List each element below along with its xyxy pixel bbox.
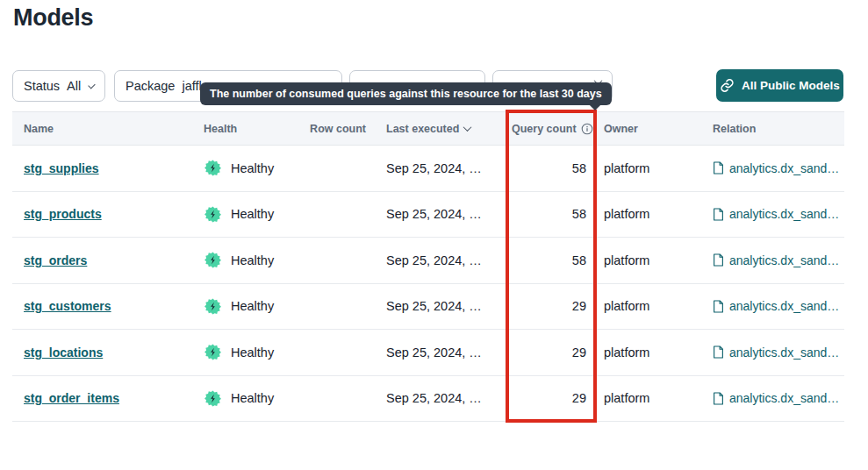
query-count-tooltip: The number of consumed queries against t… (200, 82, 612, 105)
page-title: Models (13, 4, 93, 32)
last-executed-cell: Sep 25, 2024, … (381, 299, 507, 313)
owner-cell: platform (595, 299, 704, 313)
column-header-relation: Relation (704, 123, 844, 135)
column-header-owner: Owner (595, 123, 704, 135)
model-link[interactable]: stg_locations (24, 345, 103, 360)
file-icon (713, 300, 724, 313)
health-status-label: Healthy (231, 345, 274, 360)
relation-text: analytics.dx_sand… (729, 345, 839, 360)
relation-link[interactable]: analytics.dx_sand… (704, 299, 844, 313)
health-status-label: Healthy (231, 207, 274, 221)
owner-cell: platform (595, 345, 704, 360)
file-icon (713, 161, 724, 174)
query-count-label: Query count (512, 123, 577, 135)
all-public-models-button[interactable]: All Public Models (716, 69, 843, 102)
model-link[interactable]: stg_products (24, 207, 102, 221)
file-icon (713, 392, 724, 405)
model-link[interactable]: stg_orders (24, 253, 87, 267)
relation-link[interactable]: analytics.dx_sand… (704, 253, 844, 267)
link-icon (720, 78, 735, 93)
package-filter-label: Package (126, 79, 175, 93)
file-icon (713, 208, 724, 221)
relation-link[interactable]: analytics.dx_sand… (704, 391, 844, 405)
query-count-cell: 58 (507, 207, 595, 221)
info-icon[interactable] (581, 123, 593, 135)
healthy-badge-icon (204, 297, 222, 316)
sort-chevron-icon (463, 123, 472, 132)
relation-link[interactable]: analytics.dx_sand… (704, 207, 844, 221)
query-count-cell: 29 (507, 345, 595, 360)
status-filter-dropdown[interactable]: Status All (12, 70, 105, 102)
column-header-name: Name (12, 123, 204, 135)
owner-cell: platform (595, 253, 704, 267)
status-filter-value: All (67, 79, 81, 93)
status-filter-label: Status (24, 79, 60, 93)
relation-text: analytics.dx_sand… (729, 207, 839, 221)
query-count-cell: 58 (507, 253, 595, 267)
table-row: stg_locations Healthy Sep 25, 2024, … 29… (12, 330, 844, 376)
column-header-health: Health (204, 123, 307, 135)
owner-cell: platform (595, 161, 704, 175)
last-executed-cell: Sep 25, 2024, … (381, 345, 507, 360)
table-row: stg_orders Healthy Sep 25, 2024, … 58 pl… (12, 238, 844, 284)
query-count-cell: 29 (507, 299, 595, 313)
file-icon (713, 345, 724, 359)
relation-link[interactable]: analytics.dx_sand… (704, 161, 844, 175)
relation-text: analytics.dx_sand… (729, 299, 839, 313)
tooltip-arrow (589, 98, 601, 110)
last-executed-cell: Sep 25, 2024, … (381, 253, 507, 267)
all-public-models-label: All Public Models (742, 79, 840, 92)
owner-cell: platform (595, 207, 704, 221)
models-table: Name Health Row count Last executed Quer… (12, 111, 844, 422)
column-header-last-executed[interactable]: Last executed (381, 123, 507, 135)
table-header-row: Name Health Row count Last executed Quer… (12, 111, 844, 146)
last-executed-cell: Sep 25, 2024, … (381, 207, 507, 221)
healthy-badge-icon (204, 159, 222, 177)
table-row: stg_order_items Healthy Sep 25, 2024, … … (12, 376, 844, 423)
last-executed-label: Last executed (386, 123, 459, 135)
relation-text: analytics.dx_sand… (729, 161, 839, 175)
table-row: stg_products Healthy Sep 25, 2024, … 58 … (12, 192, 844, 239)
tooltip-text: The number of consumed queries against t… (210, 88, 602, 100)
owner-cell: platform (595, 391, 704, 405)
health-status-label: Healthy (231, 161, 274, 175)
query-count-cell: 58 (507, 161, 595, 175)
column-header-query-count: Query count (507, 123, 595, 135)
query-count-cell: 29 (507, 391, 595, 405)
relation-text: analytics.dx_sand… (729, 391, 839, 405)
chevron-down-icon (88, 81, 95, 88)
model-link[interactable]: stg_supplies (24, 161, 99, 175)
column-header-row-count: Row count (307, 123, 381, 135)
last-executed-cell: Sep 25, 2024, … (381, 391, 507, 405)
health-status-label: Healthy (231, 299, 274, 313)
table-row: stg_customers Healthy Sep 25, 2024, … 29… (12, 284, 844, 331)
health-status-label: Healthy (231, 391, 274, 405)
relation-link[interactable]: analytics.dx_sand… (704, 345, 844, 360)
healthy-badge-icon (204, 389, 222, 408)
model-link[interactable]: stg_order_items (24, 391, 119, 405)
file-icon (713, 253, 724, 267)
last-executed-cell: Sep 25, 2024, … (381, 161, 507, 175)
relation-text: analytics.dx_sand… (729, 253, 839, 267)
healthy-badge-icon (204, 343, 222, 361)
healthy-badge-icon (204, 251, 222, 269)
health-status-label: Healthy (231, 253, 274, 267)
model-link[interactable]: stg_customers (24, 299, 111, 313)
table-row: stg_supplies Healthy Sep 25, 2024, … 58 … (12, 146, 844, 192)
healthy-badge-icon (204, 205, 222, 224)
